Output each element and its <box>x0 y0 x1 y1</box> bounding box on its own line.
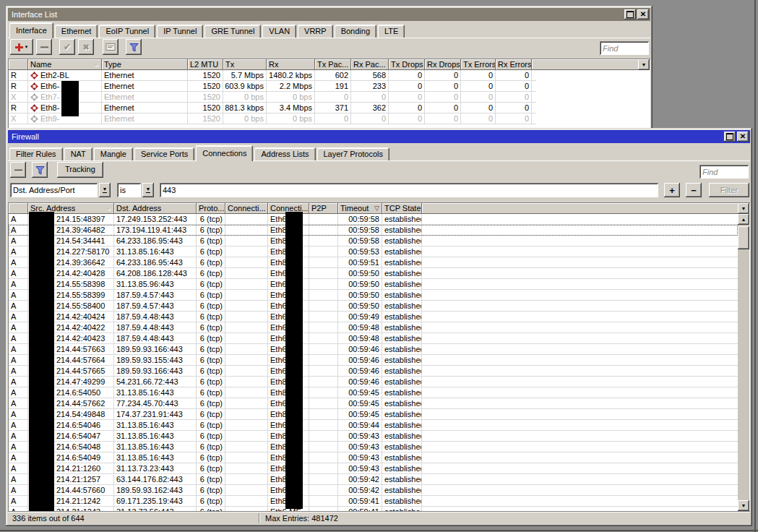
table-row[interactable]: A214.39:46482173.194.119.41:4436 (tcp)Et… <box>9 225 738 236</box>
table-row[interactable]: XEth9-Ethernet15200 bps0 bps000000 <box>9 113 536 124</box>
table-row[interactable]: A214.47:4929954.231.66.72:4436 (tcp)Eth8… <box>9 377 738 387</box>
add-button[interactable]: ▼ <box>10 39 33 55</box>
column-header[interactable]: Tx Pac... <box>315 59 351 70</box>
column-header[interactable]: Proto... <box>197 203 225 214</box>
column-header[interactable] <box>9 59 28 70</box>
find-input[interactable] <box>600 41 649 55</box>
interface-list-titlebar[interactable]: Interface List ✕ <box>8 8 650 21</box>
close-button[interactable]: ✕ <box>637 9 649 20</box>
table-row[interactable]: A214.55:5839831.13.85.96:4436 (tcp)Eth6-… <box>9 279 738 290</box>
vertical-scrollbar[interactable]: ▲ ▼ <box>738 214 749 511</box>
table-row[interactable]: REth6-Ethernet1520603.9 kbps2.2 Mbps1912… <box>9 81 536 92</box>
column-header[interactable]: Name▲ <box>28 59 102 70</box>
column-header[interactable]: L2 MTU <box>188 59 223 70</box>
table-row[interactable]: A214.54:49848174.37.231.91:4436 (tcp)Eth… <box>9 409 738 420</box>
maximize-button[interactable] <box>624 9 636 20</box>
table-row[interactable]: A214.21:124269.171.235.19:4436 (tcp)Eth8… <box>9 496 738 507</box>
firewall-titlebar[interactable]: Firewall ✕ <box>8 130 750 143</box>
table-row[interactable]: A214.15:4839717.249.153.252:4436 (tcp)Et… <box>9 214 738 225</box>
apply-filter-button[interactable]: Filter <box>709 183 749 197</box>
filter-field-select[interactable]: Dst. Address/Port <box>10 183 98 197</box>
filter-value-input[interactable] <box>160 183 658 197</box>
column-header[interactable]: Rx Drops <box>425 59 461 70</box>
tab-vlan[interactable]: VLAN <box>262 25 296 38</box>
tab-layer7-protocols[interactable]: Layer7 Protocols <box>317 147 390 160</box>
column-header[interactable]: Type <box>102 59 188 70</box>
table-row[interactable]: A214.39:3664264.233.186.95:4436 (tcp)Eth… <box>9 257 738 268</box>
table-row[interactable]: A214.44:5766277.234.45.70:4436 (tcp)Eth6… <box>9 398 738 409</box>
table-row[interactable]: A214.55:58399187.59.4.57:4436 (tcp)Eth6-… <box>9 290 738 301</box>
table-row[interactable]: A214.44:57664189.59.93.155:4436 (tcp)Eth… <box>9 355 738 366</box>
table-row[interactable]: A214.21:125763.144.176.82:4436 (tcp)Eth8… <box>9 474 738 485</box>
maximize-button[interactable] <box>724 132 736 142</box>
tab-interface[interactable]: Interface <box>9 22 53 38</box>
column-header[interactable]: Tx <box>223 59 267 70</box>
table-cell: 54.231.66.72:443 <box>114 377 197 387</box>
tab-ip-tunnel[interactable]: IP Tunnel <box>157 25 203 38</box>
table-row[interactable]: XEth7-Ethernet15200 bps0 bps000000 <box>9 92 536 103</box>
column-header[interactable]: Rx Errors <box>496 59 532 70</box>
table-row[interactable]: A214.6:5405031.13.85.16:4436 (tcp)Eth8-0… <box>9 387 738 398</box>
table-row[interactable]: A214.6:5404631.13.85.16:4436 (tcp)Eth6-0… <box>9 420 738 431</box>
tab-gre-tunnel[interactable]: GRE Tunnel <box>204 25 261 38</box>
table-cell: A <box>9 398 28 409</box>
tab-service-ports[interactable]: Service Ports <box>134 147 194 160</box>
add-filter-button[interactable]: + <box>664 183 680 197</box>
table-row[interactable]: A214.21:126031.13.73.23:4436 (tcp)Eth8-0… <box>9 463 738 474</box>
table-row[interactable]: A214.44:57663189.59.93.166:4436 (tcp)Eth… <box>9 344 738 355</box>
table-cell: established <box>382 366 422 377</box>
table-row[interactable]: REth2-BLEthernet15205.7 Mbps1480.2 kbps6… <box>9 70 536 81</box>
filter-field-dropdown-button[interactable]: ▼ <box>99 183 111 197</box>
scroll-up-button[interactable]: ▲ <box>738 214 749 225</box>
table-row[interactable]: REth8-Ethernet1520881.3 kbps3.4 Mbps3713… <box>9 103 536 113</box>
table-row[interactable]: A214.42:40423187.59.4.48:4436 (tcp)Eth6-… <box>9 333 738 344</box>
close-button[interactable]: ✕ <box>737 132 749 142</box>
table-row[interactable]: A214.227:5817031.13.85.16:4436 (tcp)Eth8… <box>9 246 738 257</box>
column-header[interactable]: P2P <box>309 203 338 214</box>
table-row[interactable]: A214.44:57665189.59.93.166:4436 (tcp)Eth… <box>9 366 738 377</box>
tab-nat[interactable]: NAT <box>64 147 92 160</box>
column-header[interactable]: Timeout▽ <box>338 203 382 214</box>
column-header[interactable]: Connecti... <box>225 203 268 214</box>
column-select-button[interactable]: ▼ <box>638 59 650 70</box>
column-header[interactable]: Tx Errors <box>461 59 496 70</box>
table-row[interactable]: A214.6:5404831.13.85.16:4436 (tcp)Eth8-0… <box>9 442 738 452</box>
column-header[interactable]: Dst. Address <box>114 203 197 214</box>
column-header[interactable] <box>9 203 28 214</box>
tab-vrrp[interactable]: VRRP <box>298 25 333 38</box>
filter-operator-select[interactable]: is <box>117 183 141 197</box>
tab-ethernet[interactable]: Ethernet <box>55 25 98 38</box>
table-row[interactable]: A214.55:58400187.59.4.57:4436 (tcp)Eth6-… <box>9 301 738 312</box>
column-select-button[interactable]: ▼ <box>738 203 749 214</box>
tracking-button[interactable]: Tracking <box>57 162 103 178</box>
filter-operator-dropdown-button[interactable]: ▼ <box>142 183 154 197</box>
table-row[interactable]: A214.6:5404931.13.85.16:4436 (tcp)Eth8-0… <box>9 452 738 463</box>
find-input[interactable] <box>699 165 749 179</box>
table-cell: 00:59:50 <box>338 268 382 279</box>
column-header[interactable]: Tx Drops <box>389 59 425 70</box>
column-header[interactable]: Rx <box>267 59 315 70</box>
filter-button[interactable] <box>32 162 48 178</box>
remove-button[interactable] <box>36 39 52 55</box>
tab-bonding[interactable]: Bonding <box>335 25 376 38</box>
table-row[interactable]: A214.6:5404731.13.85.16:4436 (tcp)Eth8-0… <box>9 431 738 442</box>
remove-filter-button[interactable]: − <box>686 183 702 197</box>
table-row[interactable]: A214.44:57660189.59.93.162:4436 (tcp)Eth… <box>9 485 738 496</box>
table-row[interactable]: A214.42:40424187.59.4.48:4436 (tcp)Eth6-… <box>9 312 738 322</box>
tab-filter-rules[interactable]: Filter Rules <box>9 147 63 160</box>
filter-button[interactable] <box>126 39 142 55</box>
table-row[interactable]: A214.54:3444164.233.186.95:4436 (tcp)Eth… <box>9 236 738 246</box>
column-header[interactable]: Rx Pac... <box>351 59 389 70</box>
tab-lte[interactable]: LTE <box>378 25 405 38</box>
scrollbar-thumb[interactable] <box>738 226 749 249</box>
tab-connections[interactable]: Connections <box>196 145 253 161</box>
scroll-down-button[interactable]: ▼ <box>738 500 749 511</box>
tab-eoip-tunnel[interactable]: EoIP Tunnel <box>99 25 155 38</box>
remove-button[interactable] <box>10 162 26 178</box>
table-cell: A <box>9 236 28 246</box>
tab-mangle[interactable]: Mangle <box>94 147 133 160</box>
table-row[interactable]: A214.42:40422187.59.4.48:4436 (tcp)Eth6-… <box>9 322 738 333</box>
tab-address-lists[interactable]: Address Lists <box>254 147 315 160</box>
column-header[interactable]: TCP State <box>382 203 422 214</box>
table-row[interactable]: A214.42:4042864.208.186.128:4436 (tcp)Et… <box>9 268 738 279</box>
